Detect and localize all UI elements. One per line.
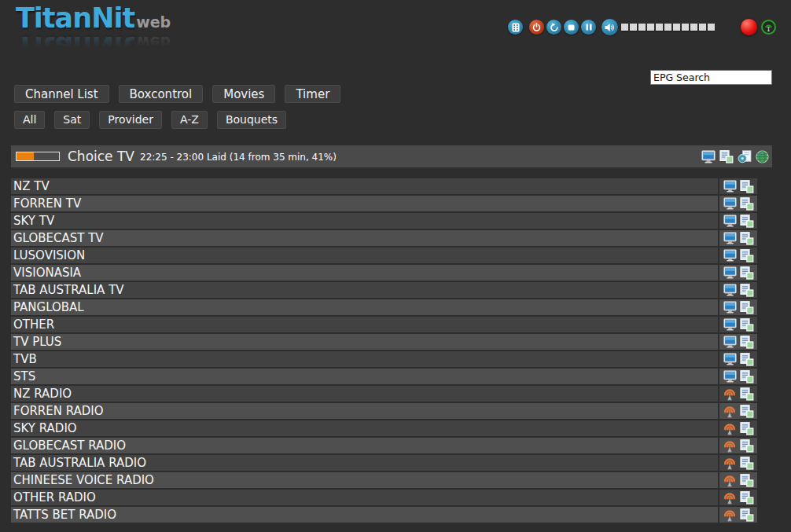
radio-icon[interactable]: [723, 457, 737, 470]
epg-list-button[interactable]: [719, 150, 734, 163]
channel-name[interactable]: OTHER RADIO: [11, 490, 718, 505]
tv-icon[interactable]: [723, 197, 737, 210]
filter-provider[interactable]: Provider: [99, 111, 162, 129]
channel-name[interactable]: SKY RADIO: [11, 420, 718, 436]
volume-segment[interactable]: [673, 24, 680, 31]
channel-actions: [719, 248, 757, 263]
radio-icon[interactable]: [723, 491, 737, 504]
channel-name[interactable]: TVB: [11, 351, 718, 367]
filter-sat[interactable]: Sat: [54, 111, 90, 129]
epg-list-icon[interactable]: [740, 180, 754, 193]
epg-list-icon[interactable]: [740, 232, 754, 245]
channel-name[interactable]: SKY TV: [11, 213, 718, 229]
radio-icon[interactable]: [723, 387, 737, 401]
channel-name[interactable]: TATTS BET RADIO: [11, 507, 718, 523]
channel-name[interactable]: TV PLUS: [11, 334, 718, 350]
channel-name[interactable]: LUSOVISION: [11, 248, 718, 263]
main-nav: Channel List Boxcontrol Movies Timer: [14, 85, 340, 103]
tv-icon[interactable]: [723, 215, 737, 227]
epg-list-icon[interactable]: [740, 353, 754, 366]
channel-name[interactable]: GLOBECAST TV: [11, 230, 718, 246]
channel-name[interactable]: TAB AUSTRALIA TV: [11, 282, 718, 298]
channel-name[interactable]: NZ RADIO: [11, 386, 718, 402]
epg-search-input[interactable]: [650, 70, 772, 85]
radio-icon[interactable]: [723, 422, 737, 435]
volume-segment[interactable]: [664, 24, 671, 31]
stop-icon: [568, 24, 575, 31]
web-epg-button[interactable]: [756, 150, 769, 163]
radio-icon[interactable]: [723, 474, 737, 487]
channel-name[interactable]: FORREN TV: [11, 196, 718, 211]
epg-list-icon[interactable]: [740, 405, 754, 418]
channel-name[interactable]: NZ TV: [11, 178, 718, 194]
channel-name[interactable]: FORREN RADIO: [11, 403, 718, 419]
tab-movies[interactable]: Movies: [212, 85, 275, 103]
radio-icon[interactable]: [723, 405, 737, 418]
filter-az[interactable]: A-Z: [171, 111, 208, 129]
epg-list-icon[interactable]: [740, 336, 754, 349]
signal-indicator: [761, 20, 776, 35]
volume-segment[interactable]: [708, 24, 715, 31]
epg-list-icon[interactable]: [740, 422, 754, 435]
channel-list: NZ TV: [11, 178, 759, 524]
filter-bouquets[interactable]: Bouquets: [217, 111, 286, 129]
epg-list-icon[interactable]: [740, 249, 754, 262]
tv-icon[interactable]: [723, 336, 737, 348]
volume-segment[interactable]: [699, 24, 706, 31]
power-button[interactable]: [529, 20, 544, 35]
channel-filter-nav: All Sat Provider A-Z Bouquets: [14, 111, 286, 129]
tv-icon[interactable]: [723, 370, 737, 383]
volume-segment[interactable]: [690, 24, 697, 31]
epg-list-icon[interactable]: [740, 284, 754, 297]
tv-icon[interactable]: [723, 266, 737, 279]
restart-button[interactable]: [546, 20, 561, 35]
tv-icon[interactable]: [723, 353, 737, 365]
radio-icon[interactable]: [723, 439, 737, 453]
tv-icon[interactable]: [723, 232, 737, 244]
channel-name[interactable]: OTHER: [11, 317, 718, 332]
volume-segment[interactable]: [621, 24, 628, 31]
pause-button[interactable]: [581, 20, 596, 35]
epg-list-icon[interactable]: [740, 439, 754, 453]
tv-icon[interactable]: [723, 180, 737, 193]
epg-list-icon[interactable]: [740, 215, 754, 228]
channel-row: TV PLUS: [11, 334, 759, 350]
channel-name[interactable]: PANGLOBAL: [11, 299, 718, 315]
volume-level[interactable]: [621, 24, 716, 31]
epg-list-icon[interactable]: [740, 318, 754, 332]
epg-list-icon[interactable]: [740, 266, 754, 280]
tab-channel-list[interactable]: Channel List: [14, 85, 109, 103]
channel-name[interactable]: VISIONASIA: [11, 265, 718, 281]
channel-name[interactable]: CHINEESE VOICE RADIO: [11, 472, 718, 488]
mute-button[interactable]: [602, 19, 618, 35]
epg-list-icon[interactable]: [740, 197, 754, 211]
volume-segment[interactable]: [682, 24, 689, 31]
single-epg-button[interactable]: [738, 150, 752, 163]
tab-boxcontrol[interactable]: Boxcontrol: [119, 85, 204, 103]
epg-list-icon[interactable]: [740, 474, 754, 487]
remote-button[interactable]: [508, 20, 523, 35]
radio-icon[interactable]: [723, 508, 737, 522]
epg-list-icon[interactable]: [740, 301, 754, 314]
tv-icon[interactable]: [723, 284, 737, 296]
epg-list-icon[interactable]: [740, 370, 754, 383]
volume-segment[interactable]: [638, 24, 646, 31]
volume-segment[interactable]: [656, 24, 663, 31]
filter-all[interactable]: All: [14, 111, 45, 129]
channel-row: CHINEESE VOICE RADIO: [11, 472, 759, 488]
tv-icon[interactable]: [723, 301, 737, 314]
epg-list-icon[interactable]: [740, 508, 754, 522]
tv-icon[interactable]: [723, 318, 737, 331]
epg-list-icon[interactable]: [740, 387, 754, 401]
epg-list-icon[interactable]: [740, 491, 754, 504]
channel-name[interactable]: STS: [11, 369, 718, 384]
channel-name[interactable]: TAB AUSTRALIA RADIO: [11, 455, 718, 471]
stop-button[interactable]: [564, 20, 579, 35]
tab-timer[interactable]: Timer: [285, 85, 340, 103]
epg-list-icon[interactable]: [740, 457, 754, 470]
volume-segment[interactable]: [630, 24, 637, 31]
channel-name[interactable]: GLOBECAST RADIO: [11, 438, 718, 453]
volume-segment[interactable]: [647, 24, 654, 31]
tv-icon[interactable]: [723, 249, 737, 262]
stream-tv-button[interactable]: [701, 150, 716, 163]
